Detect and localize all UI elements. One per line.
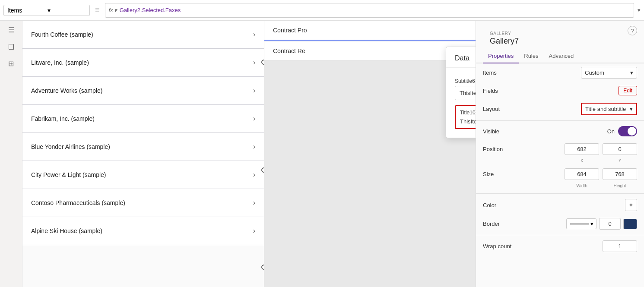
layout-row: Layout Title and subtitle ▾ xyxy=(476,99,644,119)
border-line-dropdown[interactable]: ▾ xyxy=(566,218,596,229)
tab-properties[interactable]: Properties xyxy=(483,49,519,63)
wrap-count-label: Wrap count xyxy=(483,243,511,249)
tab-advanced[interactable]: Advanced xyxy=(544,49,579,63)
tab-rules[interactable]: Rules xyxy=(519,49,543,63)
item-text: Contoso Pharmaceuticals (sample) xyxy=(31,199,125,206)
layout-value: Title and subtitle xyxy=(585,106,626,112)
pos-y-label: Y xyxy=(603,158,637,163)
top-bar: Items ▾ = fx ▾ Gallery2.Selected.Faxes ▾ xyxy=(0,0,644,21)
subtitle6-label: Subtitle6 xyxy=(455,78,476,84)
fields-row: Fields Edit xyxy=(476,82,644,99)
items-chevron-icon: ▾ xyxy=(48,7,86,14)
size-row: Size xyxy=(476,165,644,183)
wrap-count-row: Wrap count xyxy=(476,237,644,255)
gallery-item[interactable]: Alpine Ski House (sample) › xyxy=(22,217,264,245)
data-panel-header: Data ✕ xyxy=(446,47,476,68)
gallery-item[interactable]: City Power & Light (sample) › xyxy=(22,161,264,189)
size-w-label: Width xyxy=(565,183,599,188)
data-panel-body: Subtitle6 ThisItem.'Actual End' ▾ Title1… xyxy=(446,68,476,138)
layout-chevron-icon: ▾ xyxy=(630,106,633,112)
visible-on-label: On xyxy=(607,128,615,135)
items-prop-label: Items xyxy=(483,69,497,76)
size-inputs xyxy=(565,168,637,180)
hamburger-icon[interactable]: ☰ xyxy=(8,26,14,34)
resize-handle-mid[interactable] xyxy=(261,167,264,173)
gallery-section-label: GALLERY xyxy=(483,26,637,37)
visible-toggle[interactable] xyxy=(618,126,637,136)
size-label: Size xyxy=(483,171,494,177)
equals-sign: = xyxy=(93,6,102,15)
item-text: Blue Yonder Airlines (sample) xyxy=(31,143,110,150)
data-panel-title: Data xyxy=(455,54,470,62)
fields-edit-button[interactable]: Edit xyxy=(619,86,637,95)
subtitle6-value: ThisItem.'Actual End' xyxy=(460,90,476,96)
gallery-item[interactable]: Blue Yonder Airlines (sample) › xyxy=(22,133,264,161)
item-text: City Power & Light (sample) xyxy=(31,171,106,178)
items-chevron-icon: ▾ xyxy=(630,69,633,76)
gallery-item[interactable]: Litware, Inc. (sample) › xyxy=(22,49,264,77)
grid-icon[interactable]: ⊞ xyxy=(8,60,14,68)
title10-dropdown[interactable]: ThisItem.Subject ▾ xyxy=(460,118,476,125)
layout-label: Layout xyxy=(483,106,500,112)
fx-button[interactable]: fx ▾ xyxy=(109,7,117,13)
item-chevron-icon: › xyxy=(253,87,255,95)
help-icon[interactable]: ? xyxy=(628,26,637,35)
subtitle6-dropdown[interactable]: ThisItem.'Actual End' ▾ xyxy=(455,86,476,100)
pos-y-group xyxy=(603,143,637,155)
layout-value-dropdown[interactable]: Title and subtitle ▾ xyxy=(581,103,637,115)
left-sidebar: ☰ ❑ ⊞ xyxy=(0,21,22,287)
size-h-input[interactable] xyxy=(603,168,637,180)
position-inputs xyxy=(565,143,637,155)
formula-bar[interactable]: fx ▾ Gallery2.Selected.Faxes xyxy=(105,3,634,18)
visible-label: Visible xyxy=(483,128,499,135)
title10-label: Title10 xyxy=(460,110,476,116)
title10-value: ThisItem.Subject xyxy=(460,118,476,125)
title10-container: Title10 ThisItem.Subject ▾ xyxy=(455,105,476,129)
item-text: Fourth Coffee (sample) xyxy=(31,31,93,38)
layers-icon[interactable]: ❑ xyxy=(8,43,14,51)
contract-review-text: Contract Re xyxy=(273,47,305,54)
items-dropdown[interactable]: Items ▾ xyxy=(3,5,90,16)
color-swatch[interactable]: ✦ xyxy=(625,199,637,211)
item-chevron-icon: › xyxy=(253,59,255,66)
visible-toggle-container: On xyxy=(607,126,637,136)
pos-x-input[interactable] xyxy=(565,143,599,155)
main-area: Fourth Coffee (sample) › Litware, Inc. (… xyxy=(22,21,644,287)
fields-label: Fields xyxy=(483,88,498,94)
resize-handle-bot[interactable] xyxy=(261,265,264,270)
border-label: Border xyxy=(483,221,500,227)
resize-handle-top[interactable] xyxy=(261,60,264,65)
color-icon: ✦ xyxy=(628,202,634,208)
items-label: Items xyxy=(7,7,46,14)
wrap-count-input[interactable] xyxy=(603,240,637,252)
pos-y-input[interactable] xyxy=(603,143,637,155)
items-value-dropdown[interactable]: Custom ▾ xyxy=(581,67,637,79)
color-label: Color xyxy=(483,202,496,208)
gallery-item[interactable]: Fourth Coffee (sample) › xyxy=(22,21,264,49)
item-text: Adventure Works (sample) xyxy=(31,87,102,94)
size-w-input[interactable] xyxy=(565,168,599,180)
border-num-input[interactable] xyxy=(599,218,621,230)
pos-x-group xyxy=(565,143,599,155)
gallery-item[interactable]: Adventure Works (sample) › xyxy=(22,77,264,105)
fx-label: fx xyxy=(109,7,113,13)
items-row: Items Custom ▾ xyxy=(476,63,644,82)
gallery-list: Fourth Coffee (sample) › Litware, Inc. (… xyxy=(22,21,264,287)
contract-pro-text: Contract Pro xyxy=(273,27,307,34)
gallery-item[interactable]: Fabrikam, Inc. (sample) › xyxy=(22,105,264,133)
item-text: Fabrikam, Inc. (sample) xyxy=(31,115,95,122)
gallery-name: Gallery7 xyxy=(483,37,637,49)
formula-chevron-icon: ▾ xyxy=(114,7,117,13)
pos-x-label: X xyxy=(565,158,599,163)
formula-text: Gallery2.Selected.Faxes xyxy=(120,7,181,13)
border-line-preview xyxy=(570,224,589,224)
size-h-label: Height xyxy=(603,183,637,188)
border-color-swatch[interactable] xyxy=(623,219,637,229)
position-label: Position xyxy=(483,146,503,152)
items-value: Custom xyxy=(585,69,604,76)
position-row: Position xyxy=(476,140,644,158)
border-line-chevron-icon: ▾ xyxy=(590,221,593,227)
border-controls: ▾ xyxy=(566,218,637,230)
gallery-item[interactable]: Contoso Pharmaceuticals (sample) › xyxy=(22,189,264,217)
color-row: Color ✦ xyxy=(476,196,644,214)
